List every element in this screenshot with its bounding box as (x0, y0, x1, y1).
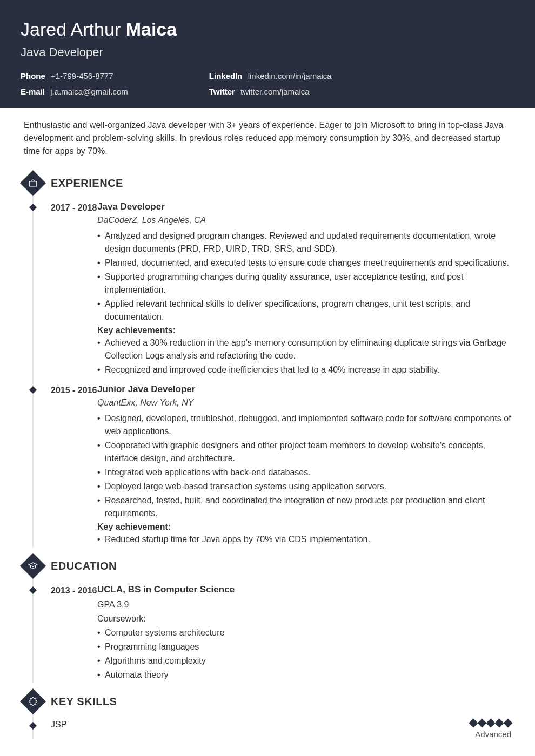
education-heading-text: EDUCATION (51, 560, 117, 572)
coursework-label: Coursework: (97, 612, 511, 625)
entry-body: Java Developer DaCoderZ, Los Angeles, CA… (97, 201, 511, 377)
timeline-line (32, 183, 34, 547)
puzzle-icon (20, 688, 46, 714)
list-item: Achieved a 30% reduction in the app's me… (97, 336, 511, 362)
skill-rating: Advanced (470, 720, 511, 739)
list-item: Designed, developed, troubleshot, debugg… (97, 412, 511, 438)
contact-column-right: LinkedIn linkedin.com/in/jamaica Twitter… (209, 71, 332, 96)
phone-value: +1-799-456-8777 (51, 71, 113, 80)
contact-email: E-mail j.a.maica@gmail.com (21, 87, 128, 96)
last-name: Maica (126, 19, 177, 39)
experience-heading: EXPERIENCE (51, 174, 511, 195)
list-item: Integrated web applications with back-en… (97, 466, 511, 479)
list-item: Reduced startup time for Java apps by 70… (97, 533, 511, 546)
company-name: DaCoderZ, Los Angeles, CA (97, 215, 511, 225)
list-item: Cooperated with graphic designers and ot… (97, 439, 511, 465)
timeline-marker-icon (29, 722, 37, 730)
diamond-icon (486, 719, 496, 728)
list-item: Deployed large web-based transaction sys… (97, 480, 511, 493)
resume-header: Jared Arthur Maica Java Developer Phone … (0, 0, 535, 108)
list-item: Algorithms and complexity (97, 654, 511, 667)
contact-block: Phone +1-799-456-8777 E-mail j.a.maica@g… (21, 71, 514, 96)
phone-label: Phone (21, 71, 45, 80)
svg-rect-0 (29, 181, 37, 186)
timeline-marker-icon (29, 386, 37, 394)
experience-heading-text: EXPERIENCE (51, 177, 123, 189)
entry-dates: 2013 - 2016 (51, 584, 97, 683)
company-name: QuantExx, New York, NY (97, 398, 511, 408)
diamond-icon (495, 719, 504, 728)
section-skills: KEY SKILLS JSP Advanced (0, 692, 535, 739)
experience-entry: 2015 - 2016 Junior Java Developer QuantE… (51, 384, 511, 547)
entry-dates: 2017 - 2018 (51, 201, 97, 377)
achievements-list: Achieved a 30% reduction in the app's me… (97, 336, 511, 376)
list-item: Automata theory (97, 669, 511, 681)
degree-title: UCLA, BS in Computer Science (97, 584, 511, 595)
skill-entry: JSP Advanced (51, 720, 511, 739)
section-experience: EXPERIENCE 2017 - 2018 Java Developer Da… (0, 174, 535, 547)
job-title: Java Developer (97, 201, 511, 212)
entry-body: UCLA, BS in Computer Science GPA 3.9 Cou… (97, 584, 511, 683)
first-middle-name: Jared Arthur (21, 19, 126, 39)
diamond-icon (504, 719, 513, 728)
list-item: Supported programming changes during qua… (97, 271, 511, 296)
responsibilities-list: Analyzed and designed program changes. R… (97, 230, 511, 323)
linkedin-label: LinkedIn (209, 71, 243, 80)
list-item: Planned, documented, and executed tests … (97, 256, 511, 269)
summary-paragraph: Enthusiastic and well-organized Java dev… (0, 108, 535, 164)
diamond-icon (478, 719, 487, 728)
rating-diamonds (470, 720, 511, 726)
email-label: E-mail (21, 87, 45, 96)
contact-linkedin: LinkedIn linkedin.com/in/jamaica (209, 71, 332, 80)
skills-heading: KEY SKILLS (51, 692, 511, 713)
full-name: Jared Arthur Maica (21, 19, 514, 40)
linkedin-value: linkedin.com/in/jamaica (248, 71, 332, 80)
skill-level-label: Advanced (470, 730, 511, 739)
contact-column-left: Phone +1-799-456-8777 E-mail j.a.maica@g… (21, 71, 128, 96)
skills-heading-text: KEY SKILLS (51, 696, 117, 707)
education-heading: EDUCATION (51, 557, 511, 578)
job-title: Junior Java Developer (97, 384, 511, 395)
email-value: j.a.maica@gmail.com (50, 87, 128, 96)
section-education: EDUCATION 2013 - 2016 UCLA, BS in Comput… (0, 557, 535, 683)
experience-entry: 2017 - 2018 Java Developer DaCoderZ, Los… (51, 201, 511, 377)
gpa-line: GPA 3.9 (97, 598, 511, 611)
job-title-line: Java Developer (21, 45, 514, 59)
timeline-marker-icon (29, 586, 37, 594)
list-item: Applied relevant technical skills to del… (97, 298, 511, 323)
responsibilities-list: Designed, developed, troubleshot, debugg… (97, 412, 511, 520)
timeline-line (32, 565, 34, 683)
achievements-heading: Key achievements: (97, 326, 511, 335)
list-item: Programming languages (97, 640, 511, 653)
list-item: Analyzed and designed program changes. R… (97, 230, 511, 255)
contact-twitter: Twitter twitter.com/jamaica (209, 87, 332, 96)
twitter-value: twitter.com/jamaica (240, 87, 310, 96)
list-item: Computer systems architecture (97, 626, 511, 639)
diamond-icon (469, 719, 478, 728)
achievements-heading: Key achievement: (97, 522, 511, 532)
education-entry: 2013 - 2016 UCLA, BS in Computer Science… (51, 584, 511, 683)
graduation-cap-icon (20, 553, 46, 579)
twitter-label: Twitter (209, 87, 235, 96)
timeline-marker-icon (29, 204, 37, 211)
entry-body: Junior Java Developer QuantExx, New York… (97, 384, 511, 547)
skill-name: JSP (51, 720, 66, 730)
contact-phone: Phone +1-799-456-8777 (21, 71, 128, 80)
entry-dates: 2015 - 2016 (51, 384, 97, 547)
list-item: Recognized and improved code inefficienc… (97, 363, 511, 376)
coursework-list: Computer systems architecture Programmin… (97, 626, 511, 681)
achievements-list: Reduced startup time for Java apps by 70… (97, 533, 511, 546)
list-item: Researched, tested, built, and coordinat… (97, 494, 511, 520)
briefcase-icon (20, 170, 46, 196)
